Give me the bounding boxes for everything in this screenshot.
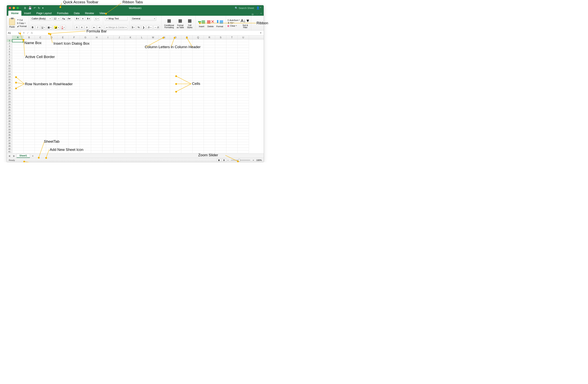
cell-Q22[interactable] [192,98,204,100]
cell-Q9[interactable] [192,61,204,64]
cell-T37[interactable] [226,139,238,142]
cell-M33[interactable] [147,128,159,131]
cell-M14[interactable] [147,76,159,78]
cell-U13[interactable] [238,73,249,76]
cell-T15[interactable] [226,78,238,81]
cell-B8[interactable] [23,59,35,61]
cell-S5[interactable] [215,51,226,53]
cell-O8[interactable] [170,59,181,61]
cell-A36[interactable] [12,136,23,139]
cell-C23[interactable] [35,100,46,103]
cell-B14[interactable] [23,76,35,78]
copy-button[interactable]: ⎘Copy▾ [17,22,27,24]
cell-C29[interactable] [35,117,46,120]
cell-H6[interactable] [91,53,102,56]
cell-G5[interactable] [80,51,91,53]
cell-R39[interactable] [204,145,215,148]
cell-L15[interactable] [136,78,147,81]
cell-C28[interactable] [35,114,46,117]
cell-N25[interactable] [159,106,170,109]
cell-P22[interactable] [181,98,192,100]
cell-S25[interactable] [215,106,226,109]
cell-Q6[interactable] [192,53,204,56]
cell-B26[interactable] [23,109,35,112]
cell-S17[interactable] [215,84,226,87]
cell-Q8[interactable] [192,59,204,61]
cell-F13[interactable] [69,73,80,76]
cell-K4[interactable] [125,48,136,51]
increase-indent-icon[interactable]: ⇥ [97,25,102,30]
cell-L36[interactable] [136,136,147,139]
cell-E28[interactable] [57,114,69,117]
cell-L6[interactable] [136,53,147,56]
cell-L21[interactable] [136,95,147,98]
cell-T24[interactable] [226,103,238,106]
qat-customize-icon[interactable]: ▾ [42,6,43,10]
cell-D25[interactable] [46,106,57,109]
cell-R40[interactable] [204,148,215,151]
cell-P39[interactable] [181,145,192,148]
cell-E29[interactable] [57,117,69,120]
cell-N30[interactable] [159,120,170,123]
cell-B9[interactable] [23,61,35,64]
cell-B1[interactable] [23,39,35,42]
row-header-17[interactable]: 17 [7,84,12,87]
format-painter-button[interactable]: 🖌Format [17,25,27,28]
cell-A10[interactable] [12,64,23,67]
cell-E34[interactable] [57,131,69,134]
cell-H10[interactable] [91,64,102,67]
cell-N10[interactable] [159,64,170,67]
cell-E30[interactable] [57,120,69,123]
cell-D35[interactable] [46,134,57,136]
cell-U17[interactable] [238,84,249,87]
cell-K9[interactable] [125,61,136,64]
cell-M26[interactable] [147,109,159,112]
cell-Q5[interactable] [192,51,204,53]
cell-P25[interactable] [181,106,192,109]
save-icon[interactable]: 🗎 [24,6,26,10]
cell-M37[interactable] [147,139,159,142]
cell-F7[interactable] [69,56,80,59]
cell-F12[interactable] [69,70,80,73]
cell-G4[interactable] [80,48,91,51]
cell-N20[interactable] [159,92,170,95]
row-header-6[interactable]: 6 [7,53,12,56]
cell-P3[interactable] [181,45,192,48]
cell-J24[interactable] [114,103,125,106]
cell-M38[interactable] [147,142,159,145]
cell-Q35[interactable] [192,134,204,136]
cell-S8[interactable] [215,59,226,61]
cell-U37[interactable] [238,139,249,142]
cell-Q30[interactable] [192,120,204,123]
cell-O2[interactable] [170,42,181,45]
cell-S37[interactable] [215,139,226,142]
cell-S19[interactable] [215,89,226,92]
cell-T2[interactable] [226,42,238,45]
cell-D9[interactable] [46,61,57,64]
cell-K34[interactable] [125,131,136,134]
cell-K12[interactable] [125,70,136,73]
cell-E31[interactable] [57,123,69,125]
column-header-C[interactable]: C [35,36,46,39]
cell-B18[interactable] [23,87,35,89]
cell-I29[interactable] [102,117,114,120]
cell-A19[interactable] [12,89,23,92]
cell-E36[interactable] [57,136,69,139]
cell-M7[interactable] [147,56,159,59]
cell-A1[interactable] [12,39,23,42]
row-header-24[interactable]: 24 [7,103,12,106]
cell-H4[interactable] [91,48,102,51]
cell-M22[interactable] [147,98,159,100]
cell-M19[interactable] [147,89,159,92]
cell-P40[interactable] [181,148,192,151]
row-header-1[interactable]: 1 [7,39,12,42]
cell-C14[interactable] [35,76,46,78]
cell-F29[interactable] [69,117,80,120]
cell-R19[interactable] [204,89,215,92]
align-top-icon[interactable]: ⬆≡ [75,17,80,21]
cell-D29[interactable] [46,117,57,120]
cell-L35[interactable] [136,134,147,136]
cell-A8[interactable] [12,59,23,61]
cell-K8[interactable] [125,59,136,61]
cell-E25[interactable] [57,106,69,109]
